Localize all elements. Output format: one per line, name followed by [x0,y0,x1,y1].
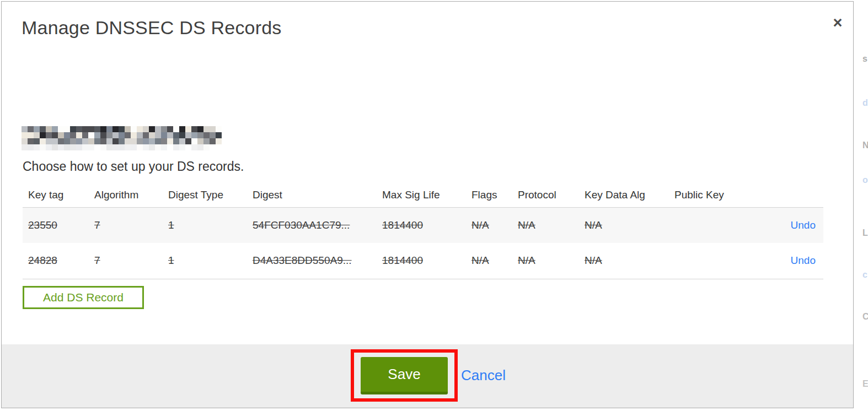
cell-protocol: N/A [512,207,579,243]
edge-text-fragment: E [862,379,868,389]
cell-key-data-alg: N/A [579,207,669,243]
cell-algorithm: 7 [89,207,163,243]
cell-public-key [669,207,746,243]
close-icon[interactable]: × [828,13,848,33]
col-header-flags: Flags [466,183,512,207]
col-header-actions [746,183,823,207]
cell-key-tag: 24828 [23,243,89,279]
edge-text-fragment: L [862,228,868,238]
underlying-page-edge: sdNoLcCE [858,0,868,411]
undo-link[interactable]: Undo [791,219,816,231]
modal-footer: Save Cancel [2,344,853,408]
table-row: 23550 7 1 54FCF030AA1C79... 1814400 N/A … [23,207,823,243]
cell-digest: D4A33E8DD550A9... [247,243,377,279]
add-ds-record-button[interactable]: Add DS Record [23,286,144,309]
undo-link[interactable]: Undo [791,255,816,266]
cell-key-tag: 23550 [23,207,89,243]
cell-key-data-alg: N/A [579,243,669,279]
instruction-text: Choose how to set up your DS records. [23,159,244,174]
cell-flags: N/A [466,207,512,243]
col-header-key-data-alg: Key Data Alg [579,183,669,207]
cell-digest-type: 1 [163,207,247,243]
table-row: 24828 7 1 D4A33E8DD550A9... 1814400 N/A … [23,243,823,279]
col-header-key-tag: Key tag [23,183,89,207]
page-background: Manage DNSSEC DS Records × Choose how to… [0,0,868,411]
edge-text-fragment: C [862,312,868,322]
col-header-algorithm: Algorithm [89,183,163,207]
ds-records-table: Key tag Algorithm Digest Type Digest Max… [23,183,823,279]
edge-text-fragment: o [862,175,868,185]
cell-max-sig-life: 1814400 [377,207,466,243]
save-button[interactable]: Save [361,357,448,394]
cell-flags: N/A [466,243,512,279]
col-header-protocol: Protocol [512,183,579,207]
col-header-digest: Digest [247,183,377,207]
edge-text-fragment: N [862,140,868,150]
page-title: Manage DNSSEC DS Records [22,17,282,39]
manage-dnssec-modal: Manage DNSSEC DS Records × Choose how to… [1,1,854,408]
table-header-row: Key tag Algorithm Digest Type Digest Max… [23,183,823,207]
cell-algorithm: 7 [89,243,163,279]
cancel-link[interactable]: Cancel [461,367,506,384]
edge-text-fragment: d [862,98,868,108]
cell-protocol: N/A [512,243,579,279]
edge-text-fragment: c [862,270,867,280]
cell-max-sig-life: 1814400 [377,243,466,279]
col-header-public-key: Public Key [669,183,746,207]
cell-digest-type: 1 [163,243,247,279]
cell-public-key [669,243,746,279]
col-header-max-sig-life: Max Sig Life [377,183,466,207]
annotation-highlight-box: Save [351,349,458,402]
col-header-digest-type: Digest Type [163,183,247,207]
cell-digest: 54FCF030AA1C79... [247,207,377,243]
domain-name-redacted [22,126,222,152]
edge-text-fragment: s [862,54,867,64]
